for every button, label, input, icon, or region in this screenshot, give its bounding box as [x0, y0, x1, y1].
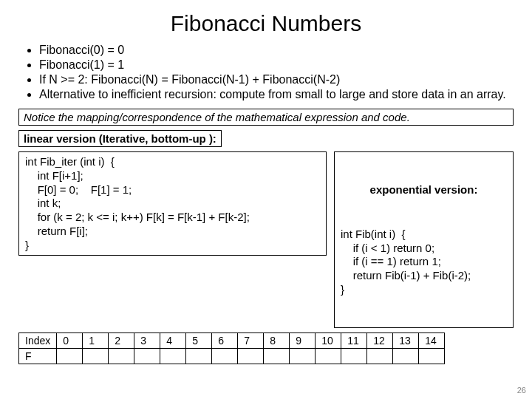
- table-cell: 2: [109, 333, 134, 349]
- bullet-item: Fibonacci(0) = 0: [39, 44, 514, 57]
- row-label-f: F: [19, 349, 57, 364]
- exp-heading: exponential version:: [341, 183, 507, 197]
- bullet-item: Alternative to inefficient recursion: co…: [39, 88, 514, 101]
- table-cell: [316, 349, 341, 364]
- table-row: F: [19, 349, 445, 364]
- table-cell: [186, 349, 212, 364]
- linear-heading-box: linear version (Iterative, bottom-up ):: [18, 130, 222, 147]
- table-cell: 8: [264, 333, 290, 349]
- table-cell: [212, 349, 238, 364]
- table-cell: [160, 349, 186, 364]
- table-cell: [341, 349, 367, 364]
- table-cell: 4: [160, 333, 186, 349]
- table-cell: [264, 349, 290, 364]
- slide-title: Fibonacci Numbers: [18, 11, 514, 36]
- table-cell: 9: [290, 333, 316, 349]
- table-cell: 3: [134, 333, 160, 349]
- slide-number: 26: [517, 386, 526, 395]
- code-exp: int Fib(int i) { if (i < 1) return 0; if…: [341, 228, 507, 297]
- code-linear: int Fib_iter (int i) { int F[i+1]; F[0] …: [18, 151, 327, 256]
- table-cell: 13: [393, 333, 419, 349]
- notice-box: Notice the mapping/correspondence of the…: [18, 109, 514, 126]
- table-cell: 5: [186, 333, 212, 349]
- table-row: Index 0 1 2 3 4 5 6 7 8 9 10 11 12 13 14: [19, 333, 445, 349]
- code-exp-box: exponential version: int Fib(int i) { if…: [334, 151, 514, 328]
- table-cell: [83, 349, 109, 364]
- table-cell: [419, 349, 445, 364]
- table-cell: 12: [367, 333, 393, 349]
- table-cell: [367, 349, 393, 364]
- bullet-item: If N >= 2: Fibonacci(N) = Fibonacci(N-1)…: [39, 73, 514, 86]
- table-cell: [57, 349, 83, 364]
- bullet-item: Fibonacci(1) = 1: [39, 58, 514, 72]
- table-cell: 7: [238, 333, 264, 349]
- table-cell: [109, 349, 134, 364]
- row-label-index: Index: [19, 333, 57, 349]
- table-cell: [238, 349, 264, 364]
- table-cell: 14: [419, 333, 445, 349]
- table-cell: [290, 349, 316, 364]
- bullet-list: Fibonacci(0) = 0 Fibonacci(1) = 1 If N >…: [18, 44, 514, 101]
- table-cell: 0: [57, 333, 83, 349]
- linear-heading-bold: version (Iterative, bottom-up ):: [56, 132, 216, 145]
- table-cell: [393, 349, 419, 364]
- table-cell: 1: [83, 333, 109, 349]
- index-table: Index 0 1 2 3 4 5 6 7 8 9 10 11 12 13 14…: [18, 332, 445, 364]
- linear-heading-pre: linear: [24, 132, 56, 145]
- table-cell: [134, 349, 160, 364]
- table-cell: 11: [341, 333, 367, 349]
- table-cell: 6: [212, 333, 238, 349]
- table-cell: 10: [316, 333, 341, 349]
